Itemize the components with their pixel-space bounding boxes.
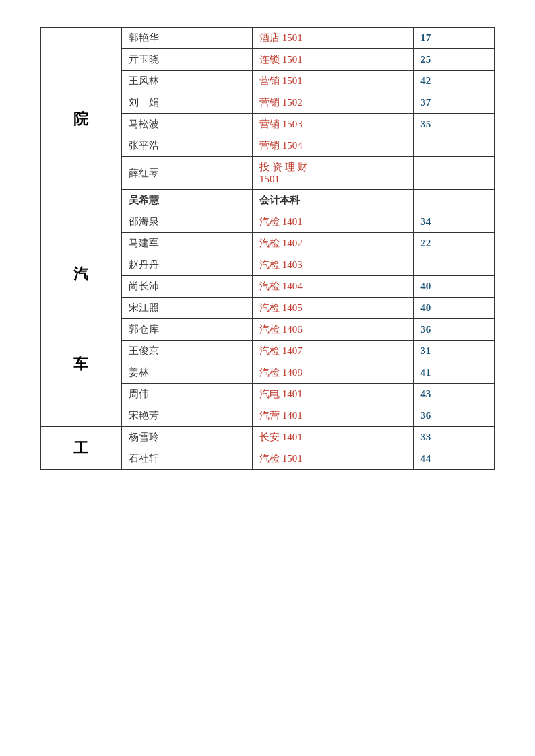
class-cell: 汽检 1407 bbox=[253, 341, 414, 362]
score-cell: 36 bbox=[414, 319, 495, 341]
name-cell: 石社轩 bbox=[121, 448, 252, 470]
name-cell: 薛红琴 bbox=[121, 157, 252, 190]
class-cell: 汽检 1406 bbox=[253, 319, 414, 341]
table-row: 汽 车邵海泉汽检 140134 bbox=[41, 211, 495, 233]
class-cell: 汽检 1401 bbox=[253, 211, 414, 233]
table-row: 工杨雪玲长安 140133 bbox=[41, 427, 495, 448]
class-cell: 汽检 1405 bbox=[253, 298, 414, 319]
name-cell: 郭艳华 bbox=[121, 28, 252, 49]
score-cell: 43 bbox=[414, 384, 495, 405]
name-cell: 杨雪玲 bbox=[121, 427, 252, 448]
class-cell: 连锁 1501 bbox=[253, 49, 414, 71]
name-cell: 吴希慧 bbox=[121, 190, 252, 211]
class-cell: 长安 1401 bbox=[253, 427, 414, 448]
class-cell: 酒店 1501 bbox=[253, 28, 414, 49]
score-cell: 40 bbox=[414, 276, 495, 298]
class-cell: 汽检 1403 bbox=[253, 254, 414, 276]
class-cell: 营销 1503 bbox=[253, 114, 414, 135]
name-cell: 宋江照 bbox=[121, 298, 252, 319]
class-cell: 营销 1501 bbox=[253, 71, 414, 92]
name-cell: 王风林 bbox=[121, 71, 252, 92]
class-cell: 汽检 1408 bbox=[253, 362, 414, 384]
class-cell: 会计本科 bbox=[253, 190, 414, 211]
name-cell: 张平浩 bbox=[121, 135, 252, 157]
name-cell: 赵丹丹 bbox=[121, 254, 252, 276]
name-cell: 马松波 bbox=[121, 114, 252, 135]
class-cell: 投 资 理 财 1501 bbox=[253, 157, 414, 190]
class-cell: 汽检 1501 bbox=[253, 448, 414, 470]
table-row: 院郭艳华酒店 150117 bbox=[41, 28, 495, 49]
score-cell bbox=[414, 254, 495, 276]
name-cell: 亓玉晓 bbox=[121, 49, 252, 71]
name-cell: 郭仓库 bbox=[121, 319, 252, 341]
score-cell: 35 bbox=[414, 114, 495, 135]
data-table: 院郭艳华酒店 150117亓玉晓连锁 150125王风林营销 150142刘 娟… bbox=[40, 27, 495, 470]
score-cell: 42 bbox=[414, 71, 495, 92]
score-cell: 40 bbox=[414, 298, 495, 319]
score-cell bbox=[414, 135, 495, 157]
dept-cell: 院 bbox=[41, 28, 122, 211]
score-cell: 37 bbox=[414, 92, 495, 114]
score-cell bbox=[414, 190, 495, 211]
dept-cell: 汽 车 bbox=[41, 211, 122, 427]
score-cell: 34 bbox=[414, 211, 495, 233]
score-cell: 41 bbox=[414, 362, 495, 384]
score-cell: 33 bbox=[414, 427, 495, 448]
main-table-wrapper: 院郭艳华酒店 150117亓玉晓连锁 150125王风林营销 150142刘 娟… bbox=[40, 27, 495, 470]
score-cell: 17 bbox=[414, 28, 495, 49]
class-cell: 汽电 1401 bbox=[253, 384, 414, 405]
score-cell bbox=[414, 157, 495, 190]
class-cell: 营销 1504 bbox=[253, 135, 414, 157]
name-cell: 刘 娟 bbox=[121, 92, 252, 114]
class-cell: 营销 1502 bbox=[253, 92, 414, 114]
score-cell: 44 bbox=[414, 448, 495, 470]
class-cell: 汽检 1402 bbox=[253, 233, 414, 254]
name-cell: 宋艳芳 bbox=[121, 405, 252, 427]
name-cell: 周伟 bbox=[121, 384, 252, 405]
name-cell: 姜林 bbox=[121, 362, 252, 384]
score-cell: 22 bbox=[414, 233, 495, 254]
name-cell: 王俊京 bbox=[121, 341, 252, 362]
score-cell: 31 bbox=[414, 341, 495, 362]
name-cell: 邵海泉 bbox=[121, 211, 252, 233]
name-cell: 尚长沛 bbox=[121, 276, 252, 298]
class-cell: 汽检 1404 bbox=[253, 276, 414, 298]
class-cell: 汽营 1401 bbox=[253, 405, 414, 427]
name-cell: 马建军 bbox=[121, 233, 252, 254]
dept-cell: 工 bbox=[41, 427, 122, 470]
score-cell: 36 bbox=[414, 405, 495, 427]
score-cell: 25 bbox=[414, 49, 495, 71]
